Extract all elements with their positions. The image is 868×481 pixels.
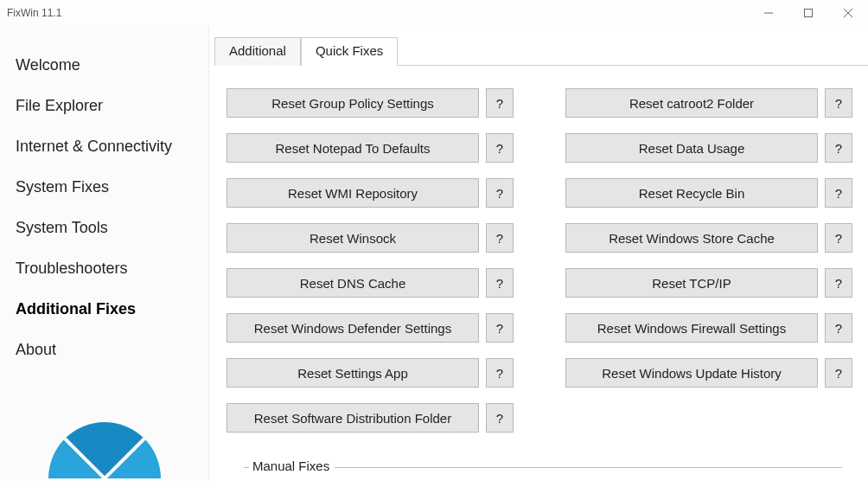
help-button-reset-windows-firewall-settings[interactable]: ? <box>825 313 852 343</box>
maximize-button[interactable] <box>788 0 828 26</box>
content-area: AdditionalQuick Fixes Reset Group Policy… <box>209 26 868 481</box>
help-button-reset-windows-defender-settings[interactable]: ? <box>486 313 514 343</box>
fix-button-reset-notepad-to-defaults[interactable]: Reset Notepad To Defaults <box>227 133 479 163</box>
close-button[interactable] <box>828 0 868 26</box>
sidebar-item-system-tools[interactable]: System Tools <box>0 208 208 248</box>
sidebar: WelcomeFile ExplorerInternet & Connectiv… <box>0 26 209 481</box>
fix-button-reset-windows-store-cache[interactable]: Reset Windows Store Cache <box>565 223 818 253</box>
sidebar-item-internet-connectivity[interactable]: Internet & Connectivity <box>0 126 208 167</box>
tab-bar: AdditionalQuick Fixes <box>214 36 868 66</box>
fix-button-reset-group-policy-settings[interactable]: Reset Group Policy Settings <box>227 88 479 118</box>
tab-additional[interactable]: Additional <box>214 37 301 66</box>
help-button-reset-catroot2-folder[interactable]: ? <box>825 88 852 118</box>
sidebar-item-file-explorer[interactable]: File Explorer <box>0 86 208 126</box>
sidebar-item-welcome[interactable]: Welcome <box>0 45 208 86</box>
window-controls <box>749 0 868 26</box>
app-logo <box>0 422 208 478</box>
help-button-reset-software-distribution-folder[interactable]: ? <box>486 403 514 433</box>
sidebar-item-additional-fixes[interactable]: Additional Fixes <box>0 289 208 330</box>
fix-button-reset-software-distribution-folder[interactable]: Reset Software Distribution Folder <box>227 403 479 433</box>
svg-rect-1 <box>805 10 813 17</box>
help-button-reset-group-policy-settings[interactable]: ? <box>486 88 514 118</box>
tab-quick-fixes[interactable]: Quick Fixes <box>301 37 398 66</box>
help-button-reset-recycle-bin[interactable]: ? <box>825 178 852 208</box>
help-button-reset-notepad-to-defaults[interactable]: ? <box>486 133 514 163</box>
sidebar-item-about[interactable]: About <box>0 330 208 370</box>
help-button-reset-winsock[interactable]: ? <box>486 223 514 253</box>
help-button-reset-settings-app[interactable]: ? <box>486 358 514 388</box>
fix-button-reset-tcp-ip[interactable]: Reset TCP/IP <box>565 268 818 298</box>
sidebar-item-troubleshooters[interactable]: Troubleshooters <box>0 248 208 289</box>
fix-button-reset-windows-update-history[interactable]: Reset Windows Update History <box>565 358 818 388</box>
fix-button-reset-wmi-repository[interactable]: Reset WMI Repository <box>227 178 479 208</box>
fix-button-reset-settings-app[interactable]: Reset Settings App <box>227 358 479 388</box>
fix-button-reset-data-usage[interactable]: Reset Data Usage <box>565 133 818 163</box>
fix-button-reset-catroot2-folder[interactable]: Reset catroot2 Folder <box>565 88 818 118</box>
fix-button-reset-dns-cache[interactable]: Reset DNS Cache <box>227 268 479 298</box>
minimize-button[interactable] <box>749 0 788 26</box>
help-button-reset-windows-store-cache[interactable]: ? <box>825 223 852 253</box>
manual-fixes-section: Manual Fixes <box>244 459 852 473</box>
fix-button-reset-windows-defender-settings[interactable]: Reset Windows Defender Settings <box>227 313 479 343</box>
help-button-reset-wmi-repository[interactable]: ? <box>486 178 514 208</box>
sidebar-item-system-fixes[interactable]: System Fixes <box>0 167 208 208</box>
fix-button-reset-winsock[interactable]: Reset Winsock <box>227 223 479 253</box>
help-button-reset-windows-update-history[interactable]: ? <box>825 358 852 388</box>
fix-button-reset-windows-firewall-settings[interactable]: Reset Windows Firewall Settings <box>565 313 818 343</box>
help-button-reset-data-usage[interactable]: ? <box>825 133 852 163</box>
titlebar: FixWin 11.1 <box>0 0 868 26</box>
window-title: FixWin 11.1 <box>7 7 61 19</box>
fix-button-reset-recycle-bin[interactable]: Reset Recycle Bin <box>565 178 818 208</box>
tab-panel-quick-fixes: Reset Group Policy Settings?Reset catroo… <box>209 66 868 473</box>
manual-fixes-label: Manual Fixes <box>249 459 335 473</box>
help-button-reset-dns-cache[interactable]: ? <box>486 268 514 298</box>
help-button-reset-tcp-ip[interactable]: ? <box>825 268 852 298</box>
